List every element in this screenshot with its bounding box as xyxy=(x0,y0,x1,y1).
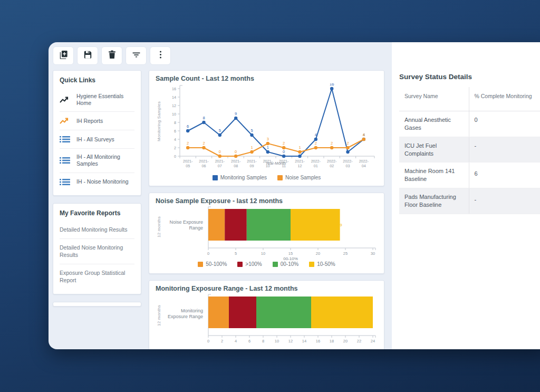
main-panel: Quick Links Hygiene Essentials Home IH R… xyxy=(49,42,540,349)
legend-swatch xyxy=(309,262,314,267)
svg-text:2021-: 2021- xyxy=(295,159,305,164)
svg-text:2021-: 2021- xyxy=(247,159,257,164)
sidebar-item-hygiene-essentials-home[interactable]: Hygiene Essentials Home xyxy=(60,88,134,111)
svg-text:03: 03 xyxy=(346,164,350,168)
svg-text:06: 06 xyxy=(202,164,206,168)
survey-table: Survey Name % Complete Monitoring Annual… xyxy=(399,87,540,214)
column-header-survey-name: Survey Name xyxy=(399,87,469,111)
favorite-report-exposure-group-statistical-report[interactable]: Exposure Group Statistical Report xyxy=(60,264,134,289)
content: Quick Links Hygiene Essentials Home IH R… xyxy=(53,70,392,349)
svg-text:1: 1 xyxy=(267,145,269,150)
svg-text:9: 9 xyxy=(235,111,237,116)
svg-text:10: 10 xyxy=(172,112,176,117)
svg-text:4: 4 xyxy=(174,137,176,142)
list-icon xyxy=(60,178,70,186)
svg-text:6: 6 xyxy=(248,339,250,343)
svg-text:Year-Month: Year-Month xyxy=(266,161,286,166)
legend-swatch xyxy=(273,262,278,267)
sidebar-item-ih-all-monitoring-samples[interactable]: IH - All Monitoring Samples xyxy=(60,148,134,172)
svg-text:5: 5 xyxy=(250,128,253,133)
svg-text:2: 2 xyxy=(187,141,189,146)
svg-text:2021-: 2021- xyxy=(199,159,209,164)
sidebar-item-label: IH - Noise Monitoring xyxy=(76,178,129,185)
delete-button[interactable] xyxy=(101,46,122,65)
table-row: Machine Room 141 Baseline 6 xyxy=(399,162,540,188)
stacked-bar-svg: 024681012141618202224 xyxy=(156,293,378,349)
svg-text:16: 16 xyxy=(330,83,334,87)
svg-text:2: 2 xyxy=(315,141,317,146)
svg-text:8: 8 xyxy=(174,120,176,125)
legend-swatch xyxy=(237,262,243,267)
trend-line-icon xyxy=(60,117,70,125)
group-label: 12 months xyxy=(156,293,162,338)
svg-text:2: 2 xyxy=(346,141,349,146)
favorite-reports-card: My Favorite Reports Detailed Monitoring … xyxy=(53,203,141,294)
survey-status-panel: Survey Status Details Survey Name % Comp… xyxy=(392,42,540,349)
toolbar xyxy=(53,46,392,65)
survey-name-cell: Machine Room 141 Baseline xyxy=(399,162,469,188)
svg-text:0: 0 xyxy=(174,154,176,159)
legend-label: 00-10% xyxy=(281,261,298,267)
more-button[interactable] xyxy=(150,46,171,65)
stacked-bar-chart: 12 months Monitoring Exposure Range 0246… xyxy=(156,293,378,349)
survey-value-cell: 0 xyxy=(469,111,540,137)
category-label: Noise Exposure Range xyxy=(163,219,203,232)
sample-count-chart-card: Sample Count - Last 12 months Monitoring… xyxy=(149,70,384,186)
svg-text:1: 1 xyxy=(298,145,301,150)
svg-text:0: 0 xyxy=(207,251,209,256)
sidebar-item-ih-all-surveys[interactable]: IH - All Surveys xyxy=(60,130,134,148)
chart-title: Noise Sample Exposure - last 12 months xyxy=(156,197,378,205)
svg-text:2: 2 xyxy=(331,141,333,146)
svg-text:3: 3 xyxy=(267,137,269,141)
sidebar-item-label: IH - All Surveys xyxy=(76,136,114,143)
svg-text:2021-: 2021- xyxy=(183,159,193,164)
chart-legend: Monitoring Samples Noise Samples xyxy=(156,175,378,180)
filter-button[interactable] xyxy=(126,46,147,65)
svg-text:2021-: 2021- xyxy=(215,159,225,164)
svg-text:16: 16 xyxy=(172,87,176,91)
legend-label: >100% xyxy=(245,261,262,267)
svg-text:6: 6 xyxy=(187,124,189,129)
svg-text:05: 05 xyxy=(186,164,190,168)
trash-icon xyxy=(107,50,117,62)
favorite-report-detailed-noise-monitoring-results[interactable]: Detailed Noise Monitoring Results xyxy=(60,238,134,264)
svg-text:2021-: 2021- xyxy=(231,159,241,164)
survey-name-cell: ICU Jet Fuel Complaints xyxy=(399,137,469,162)
svg-text:10: 10 xyxy=(275,339,279,343)
svg-text:04: 04 xyxy=(362,164,366,168)
column-header-complete-monitoring: % Complete Monitoring xyxy=(469,87,540,111)
table-row: Annual Anesthetic Gases 0 xyxy=(399,111,540,137)
survey-value-cell: - xyxy=(469,188,540,214)
survey-name-cell: Annual Anesthetic Gases xyxy=(399,111,469,137)
svg-text:14: 14 xyxy=(302,339,306,343)
svg-text:18: 18 xyxy=(330,339,334,343)
list-icon xyxy=(60,156,70,165)
svg-text:4: 4 xyxy=(363,132,365,137)
svg-text:00-10%: 00-10% xyxy=(283,256,298,261)
noise-exposure-chart-card: Noise Sample Exposure - last 12 months 1… xyxy=(149,193,384,274)
svg-text:2: 2 xyxy=(283,141,285,146)
copy-button[interactable] xyxy=(53,46,74,65)
svg-text:0: 0 xyxy=(219,149,221,154)
sidebar-item-label: Hygiene Essentials Home xyxy=(76,93,134,107)
svg-text:6: 6 xyxy=(174,129,176,133)
filter-icon xyxy=(131,50,141,62)
save-button[interactable] xyxy=(77,46,98,65)
favorite-report-detailed-monitoring-results[interactable]: Detailed Monitoring Results xyxy=(60,221,134,239)
trend-line-icon xyxy=(60,95,70,104)
sidebar-item-ih-reports[interactable]: IH Reports xyxy=(60,111,134,130)
chart-title: Sample Count - Last 12 months xyxy=(156,75,378,82)
svg-text:24: 24 xyxy=(371,339,375,343)
survey-value-cell: 6 xyxy=(469,162,540,188)
svg-text:08: 08 xyxy=(234,164,238,168)
table-row: ICU Jet Fuel Complaints - xyxy=(399,137,540,162)
group-label: 12 months xyxy=(156,206,162,248)
svg-text:15: 15 xyxy=(288,251,293,256)
sidebar-item-ih-noise-monitoring[interactable]: IH - Noise Monitoring xyxy=(60,173,134,191)
legend-label: 50-100% xyxy=(206,261,227,267)
monitoring-exposure-chart-card: Monitoring Exposure Range - Last 12 mont… xyxy=(149,280,384,349)
svg-text:8: 8 xyxy=(262,339,264,343)
svg-text:2: 2 xyxy=(174,146,176,150)
line-chart-svg: 02468101214162021-052021-062021-072021-0… xyxy=(156,83,378,174)
svg-text:07: 07 xyxy=(218,164,222,168)
